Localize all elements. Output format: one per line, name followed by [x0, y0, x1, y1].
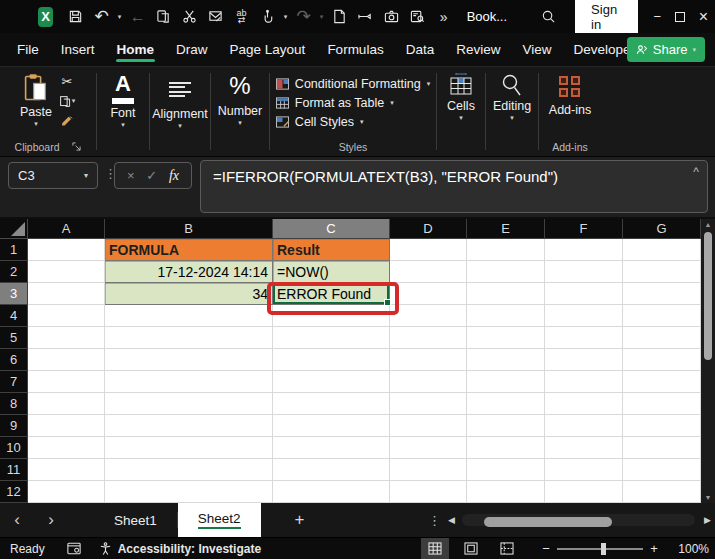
cell-E8[interactable]	[467, 393, 545, 415]
touch-mode-icon[interactable]	[255, 4, 281, 30]
cell-G5[interactable]	[623, 327, 701, 349]
cell-G4[interactable]	[623, 305, 701, 327]
cell-A8[interactable]	[28, 393, 105, 415]
tab-review[interactable]: Review	[445, 35, 511, 64]
cut-icon[interactable]	[177, 4, 203, 30]
cell-F5[interactable]	[545, 327, 623, 349]
email-screenshot-icon[interactable]	[203, 4, 229, 30]
cell-F9[interactable]	[545, 415, 623, 437]
cell-B9[interactable]	[105, 415, 273, 437]
cell-A3[interactable]	[28, 283, 105, 305]
row-header-6[interactable]: 6	[0, 349, 28, 371]
cell-G12[interactable]	[623, 481, 701, 503]
cell-E4[interactable]	[467, 305, 545, 327]
horizontal-scrollbar-thumb[interactable]	[484, 517, 612, 527]
new-file-icon[interactable]	[327, 4, 353, 30]
macro-record-icon[interactable]	[67, 542, 81, 555]
share-button[interactable]: Share ▾	[627, 37, 705, 62]
cell-F1[interactable]	[545, 239, 623, 261]
row-header-9[interactable]: 9	[0, 415, 28, 437]
cell-B8[interactable]	[105, 393, 273, 415]
save-icon[interactable]	[63, 4, 89, 30]
camera-icon[interactable]	[379, 4, 405, 30]
cell-D6[interactable]	[390, 349, 467, 371]
cell-E2[interactable]	[467, 261, 545, 283]
cell-A9[interactable]	[28, 415, 105, 437]
tab-draw[interactable]: Draw	[165, 35, 219, 64]
column-header-G[interactable]: G	[623, 219, 701, 239]
cell-D10[interactable]	[390, 437, 467, 459]
row-header-2[interactable]: 2	[0, 261, 28, 283]
add-sheet-button[interactable]: +	[295, 510, 305, 530]
scroll-left-icon[interactable]: ◀	[448, 515, 455, 525]
cell-C9[interactable]	[273, 415, 390, 437]
format-as-table-button[interactable]: Format as Table ▾	[276, 96, 430, 110]
cell-B1[interactable]: FORMULA	[105, 239, 273, 261]
cell-C8[interactable]	[273, 393, 390, 415]
page-break-view-button[interactable]	[493, 538, 521, 559]
conditional-formatting-button[interactable]: Conditional Formatting ▾	[276, 77, 430, 91]
cell-A6[interactable]	[28, 349, 105, 371]
cell-B6[interactable]	[105, 349, 273, 371]
cell-F11[interactable]	[545, 459, 623, 481]
cell-E12[interactable]	[467, 481, 545, 503]
normal-view-button[interactable]	[421, 538, 449, 559]
cell-G10[interactable]	[623, 437, 701, 459]
cell-D12[interactable]	[390, 481, 467, 503]
insert-function-icon[interactable]: fx	[169, 168, 179, 184]
cell-G11[interactable]	[623, 459, 701, 481]
sheet-tab-sheet1[interactable]: Sheet1	[94, 503, 177, 537]
sheet-tab-sheet2[interactable]: Sheet2	[178, 503, 261, 537]
cell-D11[interactable]	[390, 459, 467, 481]
replace-icon[interactable]: ab⇄	[229, 4, 255, 30]
cell-F4[interactable]	[545, 305, 623, 327]
horizontal-scrollbar-track[interactable]	[462, 514, 695, 526]
tab-formulas[interactable]: Formulas	[316, 35, 394, 64]
alignment-button[interactable]: Alignment ▾	[152, 73, 208, 129]
row-header-8[interactable]: 8	[0, 393, 28, 415]
touch-mode-chevron-icon[interactable]: ▾	[281, 13, 291, 21]
cell-G7[interactable]	[623, 371, 701, 393]
cell-B3[interactable]: 34	[105, 283, 273, 305]
more-commands-icon[interactable]: »	[431, 4, 457, 30]
undo-chevron-icon[interactable]: ▾	[115, 13, 125, 21]
cell-B4[interactable]	[105, 305, 273, 327]
cell-F3[interactable]	[545, 283, 623, 305]
column-header-B[interactable]: B	[105, 219, 273, 239]
cell-C1[interactable]: Result	[273, 239, 390, 261]
column-header-E[interactable]: E	[467, 219, 545, 239]
zoom-out-button[interactable]: −	[537, 541, 555, 556]
cell-B11[interactable]	[105, 459, 273, 481]
cell-D8[interactable]	[390, 393, 467, 415]
cell-G9[interactable]	[623, 415, 701, 437]
cell-B10[interactable]	[105, 437, 273, 459]
column-header-C[interactable]: C	[273, 219, 390, 239]
cell-D2[interactable]	[390, 261, 467, 283]
cell-E3[interactable]	[467, 283, 545, 305]
cell-D5[interactable]	[390, 327, 467, 349]
column-header-F[interactable]: F	[545, 219, 623, 239]
scroll-right-icon[interactable]: ▶	[704, 515, 711, 525]
cut-button[interactable]: ✂	[58, 73, 76, 89]
row-header-7[interactable]: 7	[0, 371, 28, 393]
tab-file[interactable]: File	[6, 35, 50, 64]
copy-icon[interactable]	[151, 4, 177, 30]
copy-button[interactable]: ▾	[58, 93, 76, 109]
cell-D7[interactable]	[390, 371, 467, 393]
column-header-D[interactable]: D	[390, 219, 467, 239]
format-painter-button[interactable]	[58, 113, 76, 129]
sheet-options-icon[interactable]: ⋮	[428, 513, 441, 528]
cell-B12[interactable]	[105, 481, 273, 503]
horizontal-scrollbar[interactable]: ◀ ▶	[448, 512, 711, 528]
cell-C6[interactable]	[273, 349, 390, 371]
cell-styles-button[interactable]: Cell Styles ▾	[276, 115, 430, 129]
select-all-corner[interactable]	[0, 219, 28, 239]
cell-F8[interactable]	[545, 393, 623, 415]
row-header-10[interactable]: 10	[0, 437, 28, 459]
column-header-A[interactable]: A	[28, 219, 105, 239]
cell-F2[interactable]	[545, 261, 623, 283]
cell-A5[interactable]	[28, 327, 105, 349]
row-header-4[interactable]: 4	[0, 305, 28, 327]
cell-E7[interactable]	[467, 371, 545, 393]
undo-icon[interactable]: ↶	[89, 4, 115, 30]
